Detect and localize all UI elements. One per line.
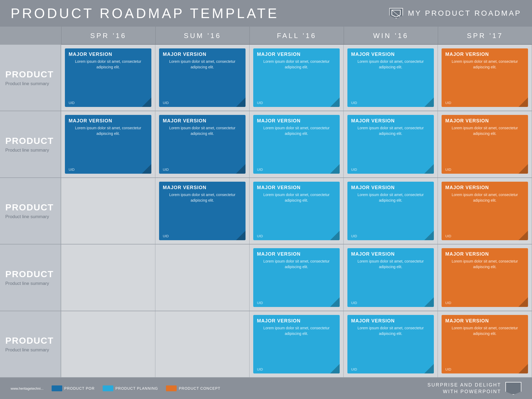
column-headers: SPR '16 SUM '16 FALL '16 WIN '16 SPR '17	[0, 27, 532, 45]
card-r1-c2: MAJOR VERSION Lorem ipsum dolor sit amet…	[253, 115, 340, 173]
card-r3-c3: MAJOR VERSION Lorem ipsum dolor sit amet…	[347, 248, 434, 307]
card-body-r1-c1: Lorem ipsum dolor sit amet, consectetur …	[163, 125, 242, 166]
legend-item-1: PRODUCT POR	[52, 385, 95, 391]
legend-item-2: PRODUCT PLANNING	[103, 385, 158, 391]
card-uid-r2-c4: UID	[445, 234, 524, 238]
cell-r2-c4: MAJOR VERSION Lorem ipsum dolor sit amet…	[438, 178, 532, 244]
cell-r0-c4: MAJOR VERSION Lorem ipsum dolor sit amet…	[438, 45, 532, 111]
card-body-r0-c1: Lorem ipsum dolor sit amet, consectetur …	[163, 59, 242, 99]
product-label-0: PRODUCT Product line summary	[0, 45, 61, 111]
legend-label-3: PRODUCT CONCEPT	[179, 386, 220, 390]
card-title-r1-c0: MAJOR VERSION	[69, 118, 148, 124]
product-name-0: PRODUCT	[5, 69, 54, 80]
col-header-empty	[0, 27, 61, 45]
cell-r2-c3: MAJOR VERSION Lorem ipsum dolor sit amet…	[344, 178, 438, 244]
card-r3-c2: MAJOR VERSION Lorem ipsum dolor sit amet…	[253, 248, 340, 307]
card-title-r3-c4: MAJOR VERSION	[445, 251, 524, 257]
cell-r4-c2: MAJOR VERSION Lorem ipsum dolor sit amet…	[250, 311, 344, 378]
product-summary-3: Product line summary	[5, 281, 49, 286]
header-title: PRODUCT ROADMAP TEMPLATE	[11, 5, 279, 21]
cell-r3-c1	[155, 244, 250, 311]
footer-tagline: SURPRISE AND DELIGHT WITH POWERPOINT	[427, 382, 501, 395]
col-header-sum16: SUM '16	[155, 27, 250, 45]
header-right: MY PRODUCT ROADMAP	[389, 8, 521, 19]
product-summary-2: Product line summary	[5, 214, 49, 219]
card-r4-c4: MAJOR VERSION Lorem ipsum dolor sit amet…	[442, 315, 528, 373]
footer-right: SURPRISE AND DELIGHT WITH POWERPOINT	[427, 382, 521, 395]
card-body-r2-c1: Lorem ipsum dolor sit amet, consectetur …	[163, 192, 242, 232]
card-title-r4-c2: MAJOR VERSION	[257, 318, 336, 324]
card-uid-r1-c3: UID	[351, 168, 430, 172]
card-r0-c1: MAJOR VERSION Lorem ipsum dolor sit amet…	[159, 48, 246, 107]
product-label-1: PRODUCT Product line summary	[0, 111, 61, 178]
card-body-r1-c3: Lorem ipsum dolor sit amet, consectetur …	[351, 125, 430, 166]
card-title-r0-c0: MAJOR VERSION	[69, 52, 148, 57]
footer-tagline-line1: SURPRISE AND DELIGHT	[427, 382, 501, 388]
card-uid-r1-c1: UID	[163, 168, 242, 172]
card-r0-c0: MAJOR VERSION Lorem ipsum dolor sit amet…	[65, 48, 151, 107]
col-header-spr17: SPR '17	[438, 27, 532, 45]
card-title-r3-c3: MAJOR VERSION	[351, 251, 430, 257]
card-title-r1-c2: MAJOR VERSION	[257, 118, 336, 124]
card-uid-r1-c2: UID	[257, 168, 336, 172]
card-uid-r0-c0: UID	[69, 101, 148, 105]
cell-r2-c2: MAJOR VERSION Lorem ipsum dolor sit amet…	[250, 178, 344, 244]
card-title-r0-c1: MAJOR VERSION	[163, 52, 242, 57]
legend-box-orange	[166, 385, 177, 391]
product-name-3: PRODUCT	[5, 269, 54, 279]
card-uid-r0-c3: UID	[351, 101, 430, 105]
footer-site: www.heritagetechni...	[11, 386, 44, 390]
card-body-r3-c3: Lorem ipsum dolor sit amet, consectetur …	[351, 259, 430, 299]
card-body-r3-c2: Lorem ipsum dolor sit amet, consectetur …	[257, 259, 336, 299]
card-uid-r3-c3: UID	[351, 301, 430, 305]
cell-r3-c2: MAJOR VERSION Lorem ipsum dolor sit amet…	[250, 244, 344, 311]
card-uid-r1-c0: UID	[69, 168, 148, 172]
cell-r3-c0	[61, 244, 155, 311]
card-body-r1-c4: Lorem ipsum dolor sit amet, consectetur …	[445, 125, 524, 166]
legend-box-blue-dark	[52, 385, 62, 391]
cell-r1-c0: MAJOR VERSION Lorem ipsum dolor sit amet…	[61, 111, 155, 178]
card-uid-r0-c1: UID	[163, 101, 242, 105]
product-summary-1: Product line summary	[5, 148, 49, 153]
footer-left: www.heritagetechni... PRODUCT POR PRODUC…	[11, 385, 221, 391]
card-title-r2-c2: MAJOR VERSION	[257, 185, 336, 190]
cell-r4-c3: MAJOR VERSION Lorem ipsum dolor sit amet…	[344, 311, 438, 378]
card-r2-c4: MAJOR VERSION Lorem ipsum dolor sit amet…	[442, 182, 528, 240]
card-r2-c1: MAJOR VERSION Lorem ipsum dolor sit amet…	[159, 182, 246, 240]
card-r1-c4: MAJOR VERSION Lorem ipsum dolor sit amet…	[442, 115, 528, 173]
footer: www.heritagetechni... PRODUCT POR PRODUC…	[0, 378, 532, 399]
card-r0-c3: MAJOR VERSION Lorem ipsum dolor sit amet…	[347, 48, 434, 107]
card-body-r2-c2: Lorem ipsum dolor sit amet, consectetur …	[257, 192, 336, 232]
cell-r2-c1: MAJOR VERSION Lorem ipsum dolor sit amet…	[155, 178, 250, 244]
card-r1-c3: MAJOR VERSION Lorem ipsum dolor sit amet…	[347, 115, 434, 173]
card-body-r4-c2: Lorem ipsum dolor sit amet, consectetur …	[257, 325, 336, 366]
card-body-r2-c3: Lorem ipsum dolor sit amet, consectetur …	[351, 192, 430, 232]
cell-r4-c1	[155, 311, 250, 378]
cell-r4-c4: MAJOR VERSION Lorem ipsum dolor sit amet…	[438, 311, 532, 378]
card-title-r2-c4: MAJOR VERSION	[445, 185, 524, 190]
card-uid-r3-c2: UID	[257, 301, 336, 305]
legend-box-blue-light	[103, 385, 113, 391]
cell-r3-c3: MAJOR VERSION Lorem ipsum dolor sit amet…	[344, 244, 438, 311]
card-r2-c3: MAJOR VERSION Lorem ipsum dolor sit amet…	[347, 182, 434, 240]
product-summary-0: Product line summary	[5, 81, 49, 86]
cell-r2-c0	[61, 178, 155, 244]
card-uid-r4-c4: UID	[445, 367, 524, 371]
header: PRODUCT ROADMAP TEMPLATE MY PRODUCT ROAD…	[0, 0, 532, 27]
card-uid-r2-c3: UID	[351, 234, 430, 238]
card-body-r4-c4: Lorem ipsum dolor sit amet, consectetur …	[445, 325, 524, 366]
card-title-r0-c3: MAJOR VERSION	[351, 52, 430, 57]
card-uid-r4-c2: UID	[257, 367, 336, 371]
cell-r0-c1: MAJOR VERSION Lorem ipsum dolor sit amet…	[155, 45, 250, 111]
col-header-fall16: FALL '16	[250, 27, 344, 45]
card-body-r0-c4: Lorem ipsum dolor sit amet, consectetur …	[445, 59, 524, 99]
col-header-win16: WIN '16	[344, 27, 438, 45]
legend-label-2: PRODUCT PLANNING	[115, 386, 158, 390]
card-title-r0-c2: MAJOR VERSION	[257, 52, 336, 57]
card-body-r1-c0: Lorem ipsum dolor sit amet, consectetur …	[69, 125, 148, 166]
card-title-r2-c3: MAJOR VERSION	[351, 185, 430, 190]
card-title-r0-c4: MAJOR VERSION	[445, 52, 524, 57]
product-summary-4: Product line summary	[5, 347, 49, 353]
footer-tagline-line2: WITH POWERPOINT	[427, 388, 501, 395]
card-uid-r0-c4: UID	[445, 101, 524, 105]
